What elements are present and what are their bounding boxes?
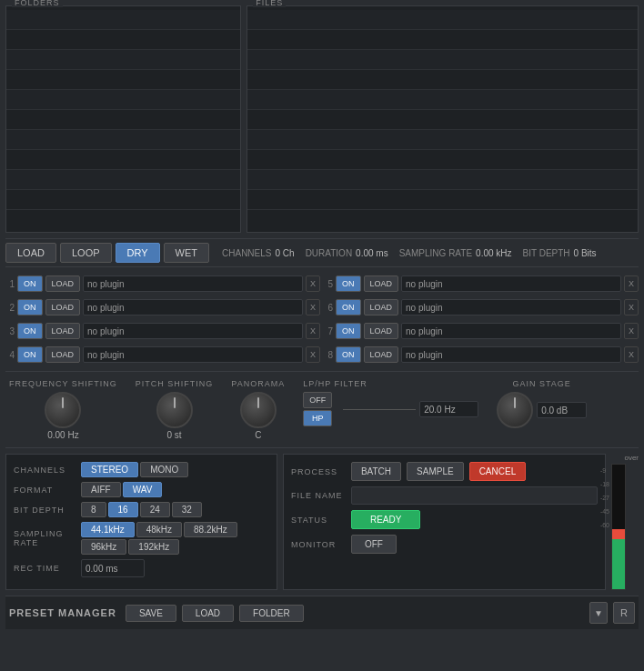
- mono-button[interactable]: MONO: [140, 462, 188, 477]
- plugin-input-6[interactable]: [401, 299, 621, 315]
- sr-96-button[interactable]: 96kHz: [81, 539, 126, 555]
- folder-row[interactable]: [6, 150, 240, 170]
- preset-dropdown-button[interactable]: ▼: [589, 602, 608, 624]
- plugin-load-4[interactable]: LOAD: [45, 346, 81, 363]
- plugin-load-2[interactable]: LOAD: [45, 299, 81, 315]
- sr-882-button[interactable]: 88.2kHz: [184, 522, 237, 537]
- format-label: FORMAT: [14, 486, 77, 495]
- file-row[interactable]: [247, 10, 638, 30]
- plugin-on-5[interactable]: ON: [336, 275, 361, 292]
- file-row[interactable]: [247, 50, 638, 70]
- plugin-x-6[interactable]: X: [624, 299, 639, 315]
- vu-meter: [611, 464, 626, 590]
- file-row[interactable]: [247, 170, 638, 190]
- pitch-shifting-knob[interactable]: [156, 392, 193, 428]
- dry-button[interactable]: DRY: [116, 243, 160, 263]
- plugin-on-1[interactable]: ON: [17, 275, 43, 292]
- row-num-5: 5: [324, 279, 333, 289]
- file-row[interactable]: [247, 190, 638, 210]
- plugin-on-2[interactable]: ON: [17, 299, 43, 315]
- preset-folder-button[interactable]: FOLDER: [239, 605, 304, 622]
- folder-row[interactable]: [6, 170, 240, 190]
- plugin-x-1[interactable]: X: [306, 275, 320, 292]
- plugin-input-1[interactable]: [83, 275, 303, 292]
- bit-16-button[interactable]: 16: [108, 502, 138, 517]
- bit-8-button[interactable]: 8: [81, 502, 106, 517]
- plugin-column-right: 5 ON LOAD X 6 ON LOAD X 7 ON LOAD X: [324, 273, 639, 366]
- filter-hp-button[interactable]: HP: [303, 410, 332, 426]
- monitor-label: MONITOR: [291, 540, 346, 549]
- row-num-3: 3: [5, 326, 15, 336]
- filter-off-button[interactable]: OFF: [303, 392, 332, 408]
- plugin-on-7[interactable]: ON: [336, 323, 361, 339]
- plugin-x-5[interactable]: X: [624, 275, 639, 292]
- plugin-load-5[interactable]: LOAD: [364, 275, 399, 292]
- folder-row[interactable]: [6, 50, 240, 70]
- bit-24-button[interactable]: 24: [140, 502, 170, 517]
- plugin-load-7[interactable]: LOAD: [364, 323, 399, 339]
- plugin-input-2[interactable]: [83, 299, 303, 315]
- wav-button[interactable]: WAV: [123, 482, 163, 497]
- file-row[interactable]: [247, 110, 638, 130]
- plugin-on-3[interactable]: ON: [17, 323, 43, 339]
- preset-r-button[interactable]: R: [613, 602, 635, 624]
- plugin-load-8[interactable]: LOAD: [364, 346, 399, 363]
- freq-shifting-knob[interactable]: [45, 392, 81, 428]
- bit-32-button[interactable]: 32: [172, 502, 202, 517]
- plugin-input-8[interactable]: [401, 346, 621, 363]
- rec-time-input[interactable]: [81, 559, 145, 577]
- plugin-x-8[interactable]: X: [624, 346, 639, 363]
- folder-row[interactable]: [6, 30, 240, 50]
- cancel-button[interactable]: CANCEL: [469, 462, 527, 481]
- gain-stage-group: GAIN STAGE: [497, 379, 587, 428]
- file-name-label: FILE NAME: [291, 491, 346, 500]
- preset-save-button[interactable]: SAVE: [126, 605, 176, 622]
- folder-row[interactable]: [6, 70, 240, 90]
- preset-load-button[interactable]: LOAD: [182, 605, 234, 622]
- file-row[interactable]: [247, 130, 638, 150]
- plugin-x-2[interactable]: X: [306, 299, 320, 315]
- file-row[interactable]: [247, 70, 638, 90]
- plugin-input-4[interactable]: [83, 346, 303, 363]
- vu-label-minus27: -27: [600, 495, 609, 501]
- folder-row[interactable]: [6, 190, 240, 210]
- panorama-knob[interactable]: [240, 392, 277, 428]
- settings-section: CHANNELS STEREO MONO FORMAT AIFF WAV BIT…: [5, 454, 639, 590]
- plugin-x-7[interactable]: X: [624, 323, 639, 339]
- file-row[interactable]: [247, 150, 638, 170]
- loop-button[interactable]: LOOP: [60, 243, 112, 263]
- file-row[interactable]: [247, 90, 638, 110]
- wet-button[interactable]: WET: [164, 243, 209, 263]
- plugin-load-6[interactable]: LOAD: [364, 299, 399, 315]
- plugin-x-3[interactable]: X: [306, 323, 320, 339]
- aiff-button[interactable]: AIFF: [81, 482, 121, 497]
- sr-48-button[interactable]: 48kHz: [136, 522, 182, 537]
- monitor-button[interactable]: OFF: [351, 535, 397, 554]
- plugin-load-3[interactable]: LOAD: [45, 323, 81, 339]
- file-name-input[interactable]: [351, 486, 598, 505]
- filter-freq-container: [343, 401, 478, 417]
- plugin-on-8[interactable]: ON: [336, 346, 361, 363]
- sr-441-button[interactable]: 44.1kHz: [81, 522, 135, 537]
- gain-stage-knob[interactable]: [497, 392, 533, 428]
- sr-192-button[interactable]: 192kHz: [128, 539, 179, 555]
- plugin-load-1[interactable]: LOAD: [45, 275, 81, 292]
- stereo-button[interactable]: STEREO: [81, 462, 138, 477]
- plugin-input-3[interactable]: [83, 323, 303, 339]
- file-row[interactable]: [247, 30, 638, 50]
- load-button[interactable]: LOAD: [5, 243, 56, 263]
- gain-stage-input[interactable]: [537, 402, 587, 418]
- folder-row[interactable]: [6, 130, 240, 150]
- folder-row[interactable]: [6, 110, 240, 130]
- plugin-input-5[interactable]: [401, 275, 621, 292]
- folder-row[interactable]: [6, 10, 240, 30]
- sample-button[interactable]: SAMPLE: [407, 462, 464, 481]
- filter-freq-input[interactable]: [419, 401, 478, 417]
- folder-row[interactable]: [6, 90, 240, 110]
- batch-button[interactable]: BATCH: [351, 462, 401, 481]
- plugin-input-7[interactable]: [401, 323, 621, 339]
- plugin-x-4[interactable]: X: [306, 346, 320, 363]
- plugin-on-6[interactable]: ON: [336, 299, 361, 315]
- plugin-on-4[interactable]: ON: [17, 346, 43, 363]
- plugin-row-7: 7 ON LOAD X: [324, 320, 639, 342]
